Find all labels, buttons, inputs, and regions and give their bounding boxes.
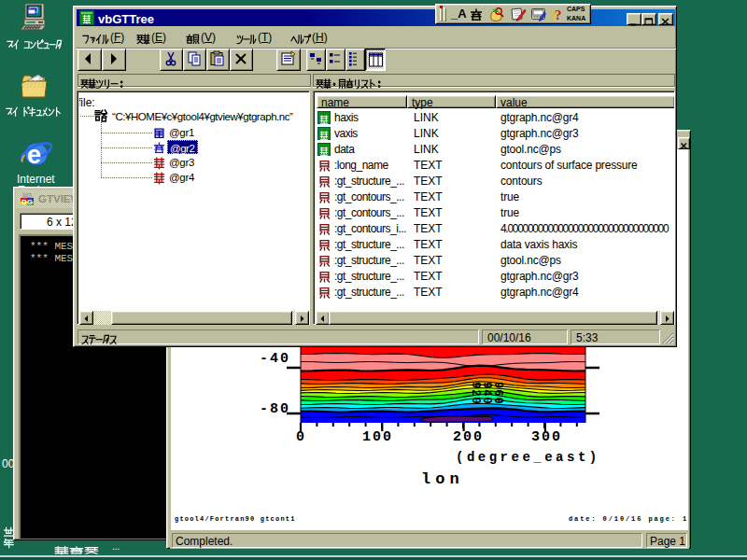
svg-text:920: 920	[469, 382, 482, 405]
svg-text:940: 940	[480, 382, 493, 405]
svg-text:960: 960	[491, 382, 504, 405]
svg-text:DG: DG	[21, 198, 33, 206]
svg-text:?: ?	[555, 7, 562, 22]
